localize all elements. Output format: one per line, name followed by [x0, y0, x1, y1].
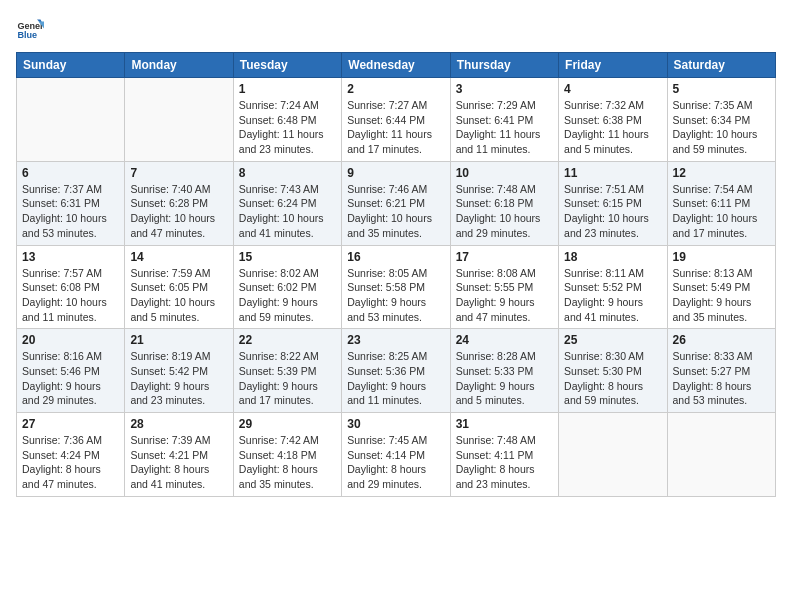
calendar-week-row: 27Sunrise: 7:36 AM Sunset: 4:24 PM Dayli…: [17, 413, 776, 497]
calendar-cell: 24Sunrise: 8:28 AM Sunset: 5:33 PM Dayli…: [450, 329, 558, 413]
calendar-cell: 28Sunrise: 7:39 AM Sunset: 4:21 PM Dayli…: [125, 413, 233, 497]
calendar-cell: 22Sunrise: 8:22 AM Sunset: 5:39 PM Dayli…: [233, 329, 341, 413]
day-number: 14: [130, 250, 227, 264]
day-info: Sunrise: 7:46 AM Sunset: 6:21 PM Dayligh…: [347, 182, 444, 241]
day-info: Sunrise: 7:42 AM Sunset: 4:18 PM Dayligh…: [239, 433, 336, 492]
day-info: Sunrise: 7:40 AM Sunset: 6:28 PM Dayligh…: [130, 182, 227, 241]
day-info: Sunrise: 8:16 AM Sunset: 5:46 PM Dayligh…: [22, 349, 119, 408]
day-number: 16: [347, 250, 444, 264]
day-info: Sunrise: 8:08 AM Sunset: 5:55 PM Dayligh…: [456, 266, 553, 325]
day-of-week-header: Monday: [125, 53, 233, 78]
calendar-cell: 7Sunrise: 7:40 AM Sunset: 6:28 PM Daylig…: [125, 161, 233, 245]
day-info: Sunrise: 8:25 AM Sunset: 5:36 PM Dayligh…: [347, 349, 444, 408]
day-number: 5: [673, 82, 770, 96]
calendar-cell: 14Sunrise: 7:59 AM Sunset: 6:05 PM Dayli…: [125, 245, 233, 329]
day-info: Sunrise: 7:48 AM Sunset: 6:18 PM Dayligh…: [456, 182, 553, 241]
day-number: 28: [130, 417, 227, 431]
calendar-cell: 10Sunrise: 7:48 AM Sunset: 6:18 PM Dayli…: [450, 161, 558, 245]
day-number: 13: [22, 250, 119, 264]
day-info: Sunrise: 8:22 AM Sunset: 5:39 PM Dayligh…: [239, 349, 336, 408]
calendar-week-row: 20Sunrise: 8:16 AM Sunset: 5:46 PM Dayli…: [17, 329, 776, 413]
calendar-week-row: 13Sunrise: 7:57 AM Sunset: 6:08 PM Dayli…: [17, 245, 776, 329]
day-number: 26: [673, 333, 770, 347]
calendar-cell: 25Sunrise: 8:30 AM Sunset: 5:30 PM Dayli…: [559, 329, 667, 413]
day-info: Sunrise: 7:48 AM Sunset: 4:11 PM Dayligh…: [456, 433, 553, 492]
day-number: 2: [347, 82, 444, 96]
day-info: Sunrise: 7:27 AM Sunset: 6:44 PM Dayligh…: [347, 98, 444, 157]
day-info: Sunrise: 7:57 AM Sunset: 6:08 PM Dayligh…: [22, 266, 119, 325]
day-number: 3: [456, 82, 553, 96]
calendar-cell: 3Sunrise: 7:29 AM Sunset: 6:41 PM Daylig…: [450, 78, 558, 162]
logo-icon: General Blue: [16, 16, 44, 44]
day-number: 31: [456, 417, 553, 431]
calendar-cell: 1Sunrise: 7:24 AM Sunset: 6:48 PM Daylig…: [233, 78, 341, 162]
day-number: 20: [22, 333, 119, 347]
calendar-cell: 29Sunrise: 7:42 AM Sunset: 4:18 PM Dayli…: [233, 413, 341, 497]
day-of-week-header: Wednesday: [342, 53, 450, 78]
day-number: 18: [564, 250, 661, 264]
day-info: Sunrise: 7:35 AM Sunset: 6:34 PM Dayligh…: [673, 98, 770, 157]
calendar-cell: 6Sunrise: 7:37 AM Sunset: 6:31 PM Daylig…: [17, 161, 125, 245]
day-number: 15: [239, 250, 336, 264]
calendar-cell: 20Sunrise: 8:16 AM Sunset: 5:46 PM Dayli…: [17, 329, 125, 413]
day-number: 1: [239, 82, 336, 96]
day-info: Sunrise: 7:37 AM Sunset: 6:31 PM Dayligh…: [22, 182, 119, 241]
day-number: 4: [564, 82, 661, 96]
day-number: 9: [347, 166, 444, 180]
day-number: 6: [22, 166, 119, 180]
calendar-cell: 17Sunrise: 8:08 AM Sunset: 5:55 PM Dayli…: [450, 245, 558, 329]
calendar-cell: 19Sunrise: 8:13 AM Sunset: 5:49 PM Dayli…: [667, 245, 775, 329]
day-info: Sunrise: 7:24 AM Sunset: 6:48 PM Dayligh…: [239, 98, 336, 157]
day-info: Sunrise: 7:51 AM Sunset: 6:15 PM Dayligh…: [564, 182, 661, 241]
day-info: Sunrise: 7:54 AM Sunset: 6:11 PM Dayligh…: [673, 182, 770, 241]
day-number: 19: [673, 250, 770, 264]
day-number: 25: [564, 333, 661, 347]
day-number: 30: [347, 417, 444, 431]
day-number: 12: [673, 166, 770, 180]
day-number: 23: [347, 333, 444, 347]
day-info: Sunrise: 8:05 AM Sunset: 5:58 PM Dayligh…: [347, 266, 444, 325]
day-info: Sunrise: 8:11 AM Sunset: 5:52 PM Dayligh…: [564, 266, 661, 325]
logo: General Blue: [16, 16, 44, 44]
day-info: Sunrise: 7:39 AM Sunset: 4:21 PM Dayligh…: [130, 433, 227, 492]
calendar-cell: [17, 78, 125, 162]
day-of-week-header: Saturday: [667, 53, 775, 78]
day-info: Sunrise: 7:45 AM Sunset: 4:14 PM Dayligh…: [347, 433, 444, 492]
calendar-cell: [559, 413, 667, 497]
calendar-cell: 27Sunrise: 7:36 AM Sunset: 4:24 PM Dayli…: [17, 413, 125, 497]
calendar-cell: 15Sunrise: 8:02 AM Sunset: 6:02 PM Dayli…: [233, 245, 341, 329]
day-info: Sunrise: 7:43 AM Sunset: 6:24 PM Dayligh…: [239, 182, 336, 241]
calendar-cell: 8Sunrise: 7:43 AM Sunset: 6:24 PM Daylig…: [233, 161, 341, 245]
day-number: 24: [456, 333, 553, 347]
calendar-cell: [125, 78, 233, 162]
calendar-cell: 11Sunrise: 7:51 AM Sunset: 6:15 PM Dayli…: [559, 161, 667, 245]
calendar-cell: 5Sunrise: 7:35 AM Sunset: 6:34 PM Daylig…: [667, 78, 775, 162]
day-info: Sunrise: 7:29 AM Sunset: 6:41 PM Dayligh…: [456, 98, 553, 157]
day-of-week-header: Tuesday: [233, 53, 341, 78]
calendar-cell: 30Sunrise: 7:45 AM Sunset: 4:14 PM Dayli…: [342, 413, 450, 497]
calendar-header-row: SundayMondayTuesdayWednesdayThursdayFrid…: [17, 53, 776, 78]
day-info: Sunrise: 7:32 AM Sunset: 6:38 PM Dayligh…: [564, 98, 661, 157]
day-info: Sunrise: 8:13 AM Sunset: 5:49 PM Dayligh…: [673, 266, 770, 325]
calendar-cell: 2Sunrise: 7:27 AM Sunset: 6:44 PM Daylig…: [342, 78, 450, 162]
calendar-cell: 26Sunrise: 8:33 AM Sunset: 5:27 PM Dayli…: [667, 329, 775, 413]
day-of-week-header: Thursday: [450, 53, 558, 78]
calendar-cell: 18Sunrise: 8:11 AM Sunset: 5:52 PM Dayli…: [559, 245, 667, 329]
day-info: Sunrise: 8:19 AM Sunset: 5:42 PM Dayligh…: [130, 349, 227, 408]
calendar-cell: 16Sunrise: 8:05 AM Sunset: 5:58 PM Dayli…: [342, 245, 450, 329]
day-info: Sunrise: 8:02 AM Sunset: 6:02 PM Dayligh…: [239, 266, 336, 325]
day-info: Sunrise: 8:28 AM Sunset: 5:33 PM Dayligh…: [456, 349, 553, 408]
calendar-table: SundayMondayTuesdayWednesdayThursdayFrid…: [16, 52, 776, 497]
calendar-cell: [667, 413, 775, 497]
day-number: 17: [456, 250, 553, 264]
day-of-week-header: Sunday: [17, 53, 125, 78]
svg-text:Blue: Blue: [17, 30, 37, 40]
day-number: 22: [239, 333, 336, 347]
calendar-cell: 31Sunrise: 7:48 AM Sunset: 4:11 PM Dayli…: [450, 413, 558, 497]
calendar-cell: 12Sunrise: 7:54 AM Sunset: 6:11 PM Dayli…: [667, 161, 775, 245]
day-info: Sunrise: 7:36 AM Sunset: 4:24 PM Dayligh…: [22, 433, 119, 492]
calendar-cell: 21Sunrise: 8:19 AM Sunset: 5:42 PM Dayli…: [125, 329, 233, 413]
day-number: 8: [239, 166, 336, 180]
calendar-cell: 9Sunrise: 7:46 AM Sunset: 6:21 PM Daylig…: [342, 161, 450, 245]
day-number: 10: [456, 166, 553, 180]
